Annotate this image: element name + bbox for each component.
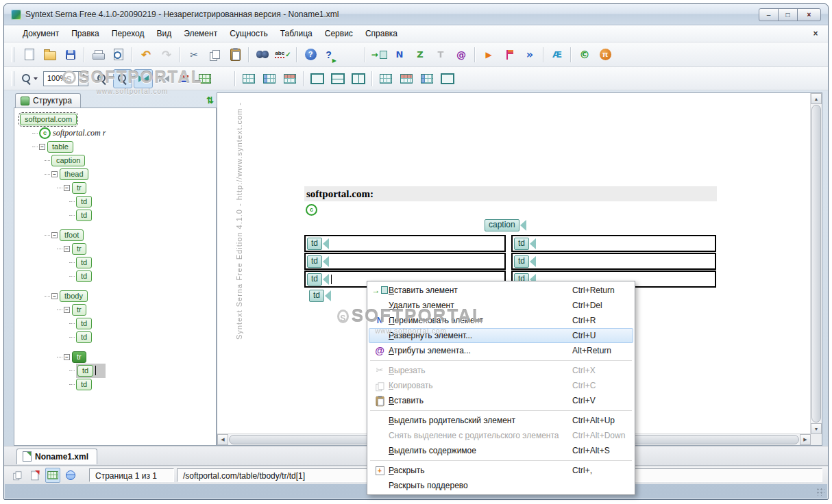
split-cell-horizontal-icon[interactable] — [328, 69, 347, 88]
split-cell-vertical-icon[interactable] — [349, 69, 368, 88]
tree-node-td[interactable]: td — [16, 316, 216, 330]
special-char-icon[interactable]: Æ — [548, 45, 567, 64]
tree-node-tr[interactable]: −tr — [16, 181, 216, 194]
menu-entity[interactable]: Сущность — [223, 27, 274, 40]
sync-selection-icon[interactable]: ⇅ — [206, 95, 214, 105]
scroll-up-icon[interactable]: ▲ — [811, 93, 822, 104]
save-icon[interactable] — [61, 45, 80, 64]
menu-goto[interactable]: Переход — [106, 27, 151, 40]
menu-help[interactable]: Справка — [359, 27, 404, 40]
delete-cells-icon[interactable] — [438, 69, 457, 88]
span-rows-icon[interactable] — [397, 69, 416, 88]
attributes-icon[interactable]: @ — [452, 45, 471, 64]
vertical-scroll-thumb[interactable] — [811, 105, 821, 423]
td-tag[interactable]: td — [307, 273, 329, 286]
zoom-spin-up[interactable] — [79, 72, 88, 79]
hide-tags-icon[interactable] — [154, 69, 173, 88]
flag-icon[interactable] — [500, 45, 519, 64]
entity-icon[interactable]: © — [575, 45, 594, 64]
maximize-button[interactable]: □ — [778, 8, 798, 21]
bookmark-icon[interactable] — [27, 468, 42, 483]
context-menu-item-2[interactable]: NПереименовать элементCtrl+R — [369, 313, 633, 328]
tree-expander-icon[interactable]: − — [64, 185, 70, 191]
paste-icon[interactable] — [225, 45, 245, 64]
context-menu-item-15[interactable]: Раскрыть поддерево — [369, 478, 633, 493]
titlebar[interactable]: Syntext Serna Free 4.1.0-20090219 - Неза… — [4, 4, 828, 25]
menubar-close-icon[interactable]: × — [810, 28, 821, 39]
td-tag[interactable]: td — [307, 238, 329, 250]
print-icon[interactable] — [88, 45, 108, 64]
table-cell[interactable]: td — [511, 235, 716, 252]
tree-expander-icon[interactable]: − — [51, 232, 58, 238]
tree-node-tbody[interactable]: −tbody — [16, 289, 216, 303]
resize-grip[interactable] — [816, 487, 824, 496]
td-tag[interactable]: td — [514, 255, 536, 268]
table-cell[interactable]: td — [304, 235, 506, 252]
grid-view-icon[interactable] — [195, 69, 215, 88]
menu-edit[interactable]: Правка — [65, 27, 106, 40]
table-cell[interactable]: td — [304, 253, 506, 270]
tree-expander-icon[interactable]: − — [39, 144, 45, 150]
tree-node-td[interactable]: td — [16, 269, 216, 283]
goto-next-icon[interactable]: » — [520, 45, 539, 64]
toolbar-handle[interactable] — [11, 71, 14, 86]
menu-element[interactable]: Элемент — [178, 27, 223, 40]
tree-expander-icon[interactable]: − — [51, 171, 58, 177]
tree-node-tr[interactable]: −tr — [16, 303, 216, 316]
find-icon[interactable] — [253, 45, 272, 64]
context-menu-item-1[interactable]: Удалить элементCtrl+Del — [369, 298, 633, 313]
new-document-icon[interactable] — [20, 45, 39, 64]
vertical-scrollbar[interactable]: ▲ ▼ — [810, 93, 822, 434]
scroll-down-icon[interactable]: ▼ — [811, 423, 822, 434]
menu-table[interactable]: Таблица — [274, 27, 319, 40]
print-preview-icon[interactable] — [109, 45, 128, 64]
span-columns-icon[interactable] — [417, 69, 437, 88]
open-document-icon[interactable] — [40, 45, 60, 64]
tree-node-tr[interactable]: −tr — [16, 242, 216, 255]
insert-row-icon[interactable] — [280, 69, 299, 88]
td-tag[interactable]: td — [514, 238, 536, 250]
tree-node-td[interactable]: td — [16, 194, 216, 208]
close-button[interactable]: × — [797, 8, 821, 21]
insert-element-icon[interactable]: → — [369, 45, 389, 64]
pages-icon[interactable] — [10, 468, 25, 483]
caption-tag[interactable]: caption — [485, 219, 526, 231]
preview-browser-icon[interactable] — [63, 468, 78, 483]
tree-node-caption[interactable]: caption — [16, 153, 216, 167]
tree-node-table[interactable]: −table — [16, 140, 216, 153]
tree-expander-icon[interactable]: − — [51, 293, 58, 299]
cell-outline-icon[interactable] — [308, 69, 327, 88]
zoom-spin-down[interactable] — [79, 79, 88, 86]
menu-view[interactable]: Вид — [150, 27, 178, 40]
zoom-level-combo[interactable]: 100% — [43, 71, 88, 86]
context-menu-item-4[interactable]: @Атрибуты элемента...Alt+Return — [369, 343, 633, 358]
table-view-icon[interactable] — [45, 468, 60, 483]
merge-cells-icon[interactable] — [376, 69, 395, 88]
context-menu-item-14[interactable]: +РаскрытьCtrl+, — [369, 463, 633, 478]
split-element-icon[interactable]: Z — [411, 45, 430, 64]
tree-node-tr[interactable]: −tr — [16, 350, 216, 364]
context-menu-item-10[interactable]: Выделить родительский элементCtrl+Alt+Up — [369, 413, 633, 428]
scroll-right-icon[interactable]: ▶ — [800, 434, 811, 445]
context-menu-item-0[interactable]: →Вставить элементCtrl+Return — [369, 283, 633, 298]
minimize-button[interactable]: – — [759, 8, 779, 21]
tree-node-softportal.com[interactable]: softportal.com — [16, 112, 216, 126]
td-tag[interactable]: td — [309, 290, 331, 302]
insert-column-icon[interactable] — [260, 69, 279, 88]
tree-expander-icon[interactable]: − — [64, 246, 70, 252]
rename-element-icon[interactable]: N — [390, 45, 409, 64]
help-icon[interactable]: ? — [301, 45, 320, 64]
zoom-region-icon[interactable]: 1 — [113, 69, 132, 88]
zoom-value[interactable]: 100% — [44, 72, 78, 86]
context-menu-item-8[interactable]: ВставитьCtrl+V — [369, 393, 633, 408]
tree-node-td[interactable]: td — [16, 208, 216, 222]
document-tab[interactable]: Noname1.xml — [16, 449, 97, 464]
spellcheck-icon[interactable]: abc✓ — [273, 45, 293, 64]
zoom-in-icon[interactable]: + — [93, 69, 112, 88]
structure-tab[interactable]: Структура — [15, 93, 81, 108]
tree-expander-icon[interactable]: − — [64, 307, 70, 313]
track-changes-icon[interactable] — [175, 69, 194, 88]
cut-icon[interactable]: ✂ — [184, 45, 204, 64]
validate-icon[interactable]: ▶ — [479, 45, 498, 64]
menu-service[interactable]: Сервис — [319, 27, 359, 40]
